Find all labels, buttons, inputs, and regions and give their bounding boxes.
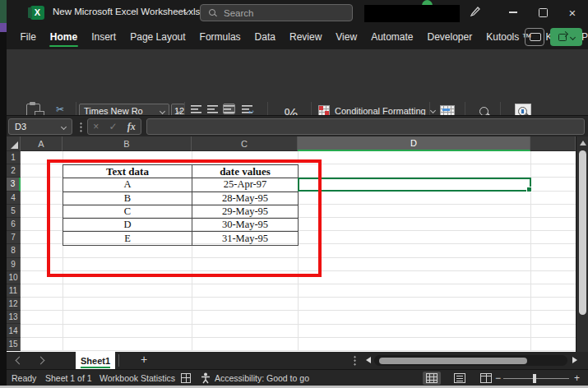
scroll-up-icon[interactable] [580,141,586,146]
row-header-15[interactable]: 15 [7,338,21,351]
edge-green-sliver [0,0,7,23]
accessibility-person-icon[interactable] [201,372,211,384]
document-title[interactable]: New Microsoft Excel Worksheet.xlsx [53,7,205,16]
page-layout-icon [454,373,465,383]
tab-review[interactable]: Review [282,25,328,49]
normal-view-icon [426,373,438,383]
name-box-chevron-icon [61,123,67,129]
normal-view-button[interactable] [423,372,441,385]
tab-divider [118,354,119,367]
tab-file[interactable]: File [13,25,43,49]
row-header-5[interactable]: 5 [7,205,21,218]
comments-button[interactable] [525,28,544,46]
workbook-statistics-icon[interactable] [181,373,191,383]
wrap-text-button[interactable] [242,104,252,113]
enter-icon[interactable]: ✓ [109,121,117,132]
share-box-arrow-icon [558,34,567,41]
middle-align-button[interactable] [207,104,218,113]
sheet-tab-bar: Sheet1 + [7,352,588,369]
excel-window: X New Microsoft Excel Worksheet.xlsx Sea… [7,0,588,388]
name-box[interactable]: D3 [8,118,72,135]
column-header-a[interactable]: A [21,136,63,151]
tab-insert[interactable]: Insert [85,25,123,49]
tab-page-layout[interactable]: Page Layout [123,25,192,49]
scrollbar-grip-icon[interactable] [354,355,356,366]
tab-developer[interactable]: Developer [420,25,479,49]
page-break-preview-icon [480,373,492,383]
scroll-left-icon[interactable] [366,357,371,363]
row-header-3[interactable]: 3 [7,178,21,191]
ready-status: Ready [12,373,36,383]
column-header-d[interactable]: D [298,136,530,151]
column-header-b[interactable]: B [63,136,192,151]
tab-data[interactable]: Data [248,25,282,49]
row-header-11[interactable]: 11 [7,284,21,298]
vertical-scrollbar-thumb[interactable] [579,150,586,315]
add-sheet-button[interactable]: + [141,353,147,366]
vertical-scrollbar[interactable] [576,136,588,352]
bottom-align-button[interactable] [224,104,234,113]
previous-sheet-icon[interactable] [16,357,24,365]
row-header-13[interactable]: 13 [7,311,21,324]
select-all-button[interactable] [7,136,21,151]
formula-buttons: × ✓ fx [87,118,141,135]
editing-mode-button[interactable] [550,28,582,46]
search-placeholder: Search [224,8,253,18]
status-bar: Ready Sheet 1 of 1 Workbook Statistics A… [7,369,588,386]
tab-formulas[interactable]: Formulas [192,25,248,49]
maximize-button[interactable] [530,0,555,25]
row-header-8[interactable]: 8 [7,244,21,257]
zoom-out-button[interactable]: − [495,372,501,384]
scroll-right-icon[interactable] [572,357,577,363]
row-header-7[interactable]: 7 [7,231,21,244]
page-layout-view-button[interactable] [451,372,469,385]
sheet-count[interactable]: Sheet 1 of 1 [45,373,92,383]
edge-purple-sliver [0,23,7,32]
editing-mode-chevron-icon [569,34,575,39]
red-annotation-rectangle [47,159,322,277]
search-input[interactable]: Search [200,4,353,21]
insert-function-icon[interactable]: fx [127,121,136,133]
tab-view[interactable]: View [329,25,364,49]
ribbon: Paste ✂ Clipboard Times New Ro 12 B I U … [7,49,588,115]
workbook-statistics[interactable]: Workbook Statistics [100,373,175,383]
row-header-10[interactable]: 10 [7,271,21,284]
zoom-in-button[interactable]: + [574,372,580,384]
row-headers: 1 2 3 4 5 6 7 8 9 10 11 12 13 14 15 [7,151,21,351]
zoom-slider-track[interactable] [503,378,569,380]
minimize-button[interactable] [501,0,525,25]
column-header-partial[interactable] [530,136,576,151]
formula-bar: D3 × ✓ fx [7,115,588,136]
redacted-account-name [364,5,460,22]
screen-edge-strip [0,0,7,388]
tab-home[interactable]: Home [43,25,84,49]
next-sheet-icon[interactable] [37,357,45,365]
top-align-button[interactable] [191,104,201,113]
formula-bar-grip-icon[interactable] [80,122,82,132]
title-bar: X New Microsoft Excel Worksheet.xlsx Sea… [7,0,588,25]
row-header-14[interactable]: 14 [7,324,21,337]
row-header-9[interactable]: 9 [7,258,21,271]
ribbon-tab-bar: File Home Insert Page Layout Formulas Da… [7,25,588,49]
row-header-12[interactable]: 12 [7,298,21,311]
sheet-tab-sheet1[interactable]: Sheet1 [76,352,115,369]
cut-button[interactable]: ✂ [56,104,64,115]
horizontal-scrollbar-thumb[interactable] [379,358,527,364]
close-button[interactable]: × [560,0,585,25]
column-header-c[interactable]: C [192,136,298,151]
accessibility-status[interactable]: Accessibility: Good to go [215,373,309,383]
horizontal-scrollbar[interactable] [374,355,567,366]
row-header-2[interactable]: 2 [7,164,21,178]
row-header-1[interactable]: 1 [7,151,21,164]
zoom-slider-thumb[interactable] [533,374,536,383]
page-break-preview-button[interactable] [477,372,495,385]
excel-app-icon[interactable]: X [30,6,44,20]
ink-pen-icon[interactable] [470,5,481,16]
tab-automate[interactable]: Automate [364,25,420,49]
row-header-4[interactable]: 4 [7,192,21,205]
selected-cell-d3[interactable] [298,178,531,191]
font-name-chevron-icon [160,108,165,113]
formula-input[interactable] [146,118,585,135]
cancel-icon[interactable]: × [93,121,99,132]
row-header-6[interactable]: 6 [7,218,21,231]
